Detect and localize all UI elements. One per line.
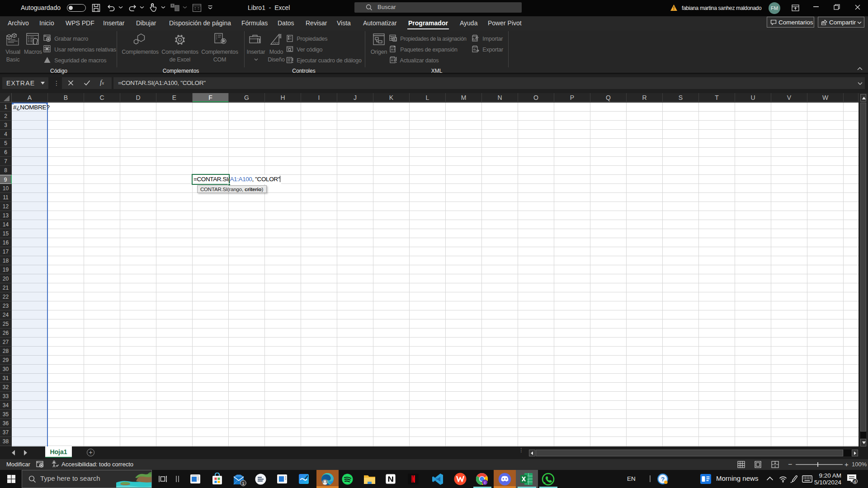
- svg-text:4: 4: [854, 479, 856, 484]
- svg-text:?: ?: [661, 476, 665, 483]
- svg-text:f: f: [484, 480, 486, 485]
- svg-text:1: 1: [242, 481, 244, 486]
